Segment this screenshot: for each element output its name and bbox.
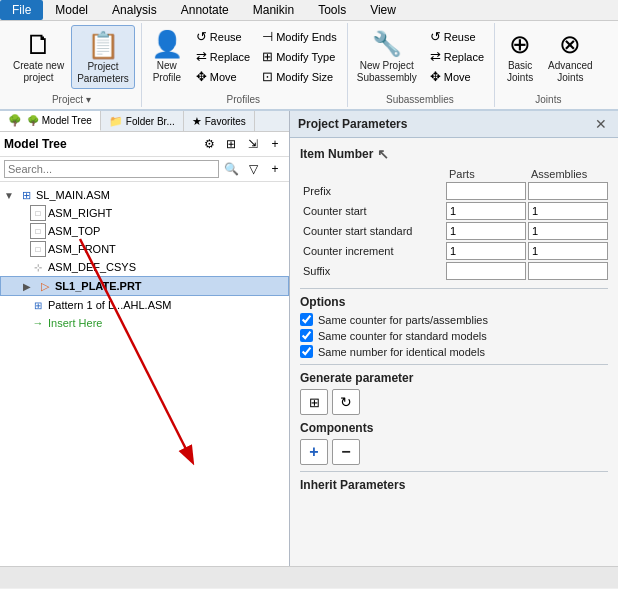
counter-start-assemblies-input[interactable]	[528, 202, 608, 220]
project-parameters-panel: Project Parameters ✕ Item Number ↖ Parts…	[290, 111, 618, 566]
panel-body: Item Number ↖ Parts Assemblies Prefix C	[290, 138, 618, 566]
tree-item-sl-main[interactable]: ▼ ⊞ SL_MAIN.ASM	[0, 186, 289, 204]
reuse-button-profiles[interactable]: ↺Reuse	[192, 27, 254, 46]
ribbon-project-group: 🗋 Create new project 📋 Project Parameter…	[4, 23, 142, 107]
replace-button-profiles[interactable]: ⇄Replace	[192, 47, 254, 66]
sl-main-icon: ⊞	[18, 187, 34, 203]
remove-component-button[interactable]: −	[332, 439, 360, 465]
tree-expand-button[interactable]: ⇲	[243, 134, 263, 154]
tree-search-add-icon[interactable]: +	[265, 159, 285, 179]
basic-joints-button[interactable]: ⊕ Basic Joints	[499, 25, 541, 87]
suffix-assemblies-input[interactable]	[528, 262, 608, 280]
tab-model-tree[interactable]: 🌳 🌳 Model Tree	[0, 111, 101, 131]
sl-main-arrow: ▼	[4, 190, 16, 201]
generate-param-btn1[interactable]: ⊞	[300, 389, 328, 415]
profiles-modify-buttons: ⊣Modify Ends ⊞Modify Type ⊡Modify Size	[258, 25, 341, 88]
reuse-label-profiles: Reuse	[210, 31, 242, 43]
modify-type-label: Modify Type	[276, 51, 335, 63]
tree-search-input[interactable]	[4, 160, 219, 178]
menu-bar: File Model Analysis Annotate Manikin Too…	[0, 0, 618, 21]
tree-filter-icon[interactable]: ▽	[243, 159, 263, 179]
tree-add-button[interactable]: +	[265, 134, 285, 154]
same-counter-label[interactable]: Same counter for parts/assemblies	[318, 314, 488, 326]
move-button-profiles[interactable]: ✥Move	[192, 67, 254, 86]
advanced-joints-button[interactable]: ⊗ Advanced Joints	[543, 25, 597, 87]
panel-close-button[interactable]: ✕	[592, 115, 610, 133]
modify-size-button[interactable]: ⊡Modify Size	[258, 67, 341, 86]
counter-start-std-assemblies-input[interactable]	[528, 222, 608, 240]
menu-analysis[interactable]: Analysis	[100, 0, 169, 20]
tree-item-asm-top[interactable]: □ ASM_TOP	[0, 222, 289, 240]
move-button-sub[interactable]: ✥Move	[426, 67, 488, 86]
divider-3	[300, 471, 608, 472]
suffix-parts-input[interactable]	[446, 262, 526, 280]
counter-increment-label: Counter increment	[300, 242, 444, 260]
menu-view[interactable]: View	[358, 0, 408, 20]
counter-increment-assemblies-input[interactable]	[528, 242, 608, 260]
asm-top-icon: □	[30, 223, 46, 239]
counter-start-standard-label: Counter start standard	[300, 222, 444, 240]
pattern-label: Pattern 1 of L...AHL.ASM	[48, 299, 172, 311]
same-number-identical-checkbox[interactable]	[300, 345, 313, 358]
same-counter-checkbox[interactable]	[300, 313, 313, 326]
new-subassembly-button[interactable]: 🔧 New Project Subassembly	[352, 25, 422, 87]
cursor-arrow-icon: ↖	[377, 146, 389, 162]
subassemblies-group-label: Subassemblies	[352, 92, 488, 105]
counter-start-parts-input[interactable]	[446, 202, 526, 220]
modify-type-button[interactable]: ⊞Modify Type	[258, 47, 341, 66]
tree-icon: 🌳	[8, 114, 22, 127]
menu-model[interactable]: Model	[43, 0, 100, 20]
tree-item-pattern[interactable]: ⊞ Pattern 1 of L...AHL.ASM	[0, 296, 289, 314]
modify-ends-button[interactable]: ⊣Modify Ends	[258, 27, 341, 46]
replace-button-sub[interactable]: ⇄Replace	[426, 47, 488, 66]
project-group-label[interactable]: Project ▾	[8, 92, 135, 105]
counter-increment-parts-input[interactable]	[446, 242, 526, 260]
asm-def-csys-icon: ⊹	[30, 259, 46, 275]
tab-favorites[interactable]: ★ Favorites	[184, 111, 255, 131]
sl1-plate-label: SL1_PLATE.PRT	[55, 280, 142, 292]
tree-item-insert-here[interactable]: → Insert Here	[0, 314, 289, 332]
tree-header-title: Model Tree	[4, 137, 67, 151]
menu-manikin[interactable]: Manikin	[241, 0, 306, 20]
generate-param-icon1: ⊞	[309, 395, 320, 410]
same-counter-standard-checkbox[interactable]	[300, 329, 313, 342]
modify-type-icon: ⊞	[262, 49, 273, 64]
model-tree-panel: 🌳 🌳 Model Tree 📁 Folder Br... ★ Favorite…	[0, 111, 290, 566]
profiles-small-buttons: ↺Reuse ⇄Replace ✥Move	[192, 25, 254, 88]
move-label-sub: Move	[444, 71, 471, 83]
new-profile-button[interactable]: 👤 New Profile	[146, 25, 188, 87]
modify-size-label: Modify Size	[276, 71, 333, 83]
new-profile-label: New Profile	[153, 60, 181, 84]
new-profile-icon: 👤	[151, 28, 183, 60]
create-new-project-button[interactable]: 🗋 Create new project	[8, 25, 69, 87]
item-number-label: Item Number	[300, 147, 373, 161]
menu-tools[interactable]: Tools	[306, 0, 358, 20]
menu-annotate[interactable]: Annotate	[169, 0, 241, 20]
same-number-identical-label[interactable]: Same number for identical models	[318, 346, 485, 358]
tree-settings-button[interactable]: ⚙	[199, 134, 219, 154]
prefix-parts-input[interactable]	[446, 182, 526, 200]
modify-size-icon: ⊡	[262, 69, 273, 84]
tree-search-icon[interactable]: 🔍	[221, 159, 241, 179]
menu-file[interactable]: File	[0, 0, 43, 20]
tree-item-asm-def-csys[interactable]: ⊹ ASM_DEF_CSYS	[0, 258, 289, 276]
generate-param-btn2[interactable]: ↻	[332, 389, 360, 415]
move-icon-profiles: ✥	[196, 69, 207, 84]
modify-ends-icon: ⊣	[262, 29, 273, 44]
reuse-button-sub[interactable]: ↺Reuse	[426, 27, 488, 46]
add-component-button[interactable]: +	[300, 439, 328, 465]
divider-1	[300, 288, 608, 289]
create-new-project-icon: 🗋	[23, 28, 55, 60]
tree-item-sl1-plate[interactable]: ▶ ▷ SL1_PLATE.PRT	[0, 276, 289, 296]
move-label-profiles: Move	[210, 71, 237, 83]
tree-item-asm-front[interactable]: □ ASM_FRONT	[0, 240, 289, 258]
advanced-joints-label: Advanced Joints	[548, 60, 592, 84]
tree-item-asm-right[interactable]: □ ASM_RIGHT	[0, 204, 289, 222]
same-counter-standard-label[interactable]: Same counter for standard models	[318, 330, 487, 342]
project-parameters-button[interactable]: 📋 Project Parameters	[71, 25, 135, 89]
tab-folder-browser[interactable]: 📁 Folder Br...	[101, 111, 184, 131]
basic-joints-icon: ⊕	[504, 28, 536, 60]
tree-columns-button[interactable]: ⊞	[221, 134, 241, 154]
prefix-assemblies-input[interactable]	[528, 182, 608, 200]
counter-start-std-parts-input[interactable]	[446, 222, 526, 240]
